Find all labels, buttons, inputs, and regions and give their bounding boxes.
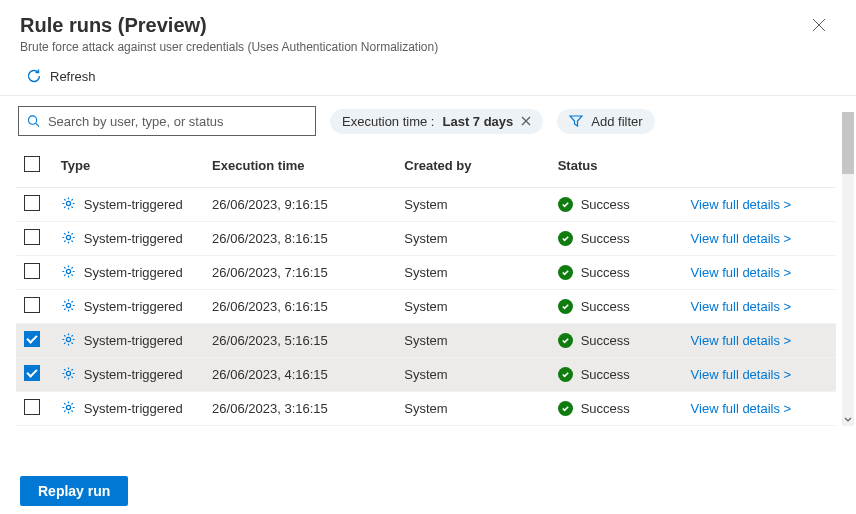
- filter-bar: Execution time : Last 7 days Add filter: [0, 96, 856, 144]
- gear-icon: [61, 332, 76, 350]
- row-checkbox[interactable]: [24, 331, 40, 347]
- svg-point-11: [66, 371, 70, 375]
- row-checkbox[interactable]: [24, 399, 40, 415]
- created-by-cell: System: [396, 188, 549, 222]
- success-icon: [558, 197, 573, 212]
- gear-icon: [61, 298, 76, 316]
- status-label: Success: [581, 299, 630, 314]
- created-by-cell: System: [396, 324, 549, 358]
- add-filter-button[interactable]: Add filter: [557, 109, 654, 134]
- header: Rule runs (Preview) Brute force attack a…: [0, 0, 856, 62]
- replay-run-button[interactable]: Replay run: [20, 476, 128, 506]
- view-details-link[interactable]: View full details >: [691, 333, 792, 348]
- scrollbar[interactable]: [842, 112, 854, 424]
- rule-runs-table: Type Execution time Created by Status Sy…: [16, 144, 836, 426]
- success-icon: [558, 231, 573, 246]
- status-label: Success: [581, 401, 630, 416]
- table-container: Type Execution time Created by Status Sy…: [0, 144, 856, 464]
- x-icon: [521, 116, 531, 126]
- svg-point-8: [66, 269, 70, 273]
- gear-icon: [61, 196, 76, 214]
- exec-time-cell: 26/06/2023, 6:16:15: [204, 290, 396, 324]
- col-type[interactable]: Type: [53, 144, 204, 188]
- scroll-down-arrow[interactable]: [842, 414, 854, 426]
- col-exec-time[interactable]: Execution time: [204, 144, 396, 188]
- table-row[interactable]: System-triggered26/06/2023, 7:16:15Syste…: [16, 256, 836, 290]
- view-details-link[interactable]: View full details >: [691, 231, 792, 246]
- exec-time-cell: 26/06/2023, 3:16:15: [204, 392, 396, 426]
- page-subtitle: Brute force attack against user credenti…: [20, 40, 836, 54]
- created-by-cell: System: [396, 392, 549, 426]
- exec-time-cell: 26/06/2023, 4:16:15: [204, 358, 396, 392]
- status-label: Success: [581, 231, 630, 246]
- add-filter-label: Add filter: [591, 114, 642, 129]
- svg-point-2: [28, 116, 36, 124]
- col-status[interactable]: Status: [550, 144, 683, 188]
- view-details-link[interactable]: View full details >: [691, 367, 792, 382]
- filter-exec-value: Last 7 days: [443, 114, 514, 129]
- type-label: System-triggered: [84, 299, 183, 314]
- col-created-by[interactable]: Created by: [396, 144, 549, 188]
- table-row[interactable]: System-triggered26/06/2023, 4:16:15Syste…: [16, 358, 836, 392]
- filter-icon: [569, 115, 583, 127]
- table-row[interactable]: System-triggered26/06/2023, 8:16:15Syste…: [16, 222, 836, 256]
- view-details-link[interactable]: View full details >: [691, 401, 792, 416]
- row-checkbox[interactable]: [24, 365, 40, 381]
- scroll-thumb[interactable]: [842, 112, 854, 174]
- row-checkbox[interactable]: [24, 195, 40, 211]
- gear-icon: [61, 400, 76, 418]
- filter-remove-button[interactable]: [521, 114, 531, 129]
- created-by-cell: System: [396, 222, 549, 256]
- type-label: System-triggered: [84, 367, 183, 382]
- type-label: System-triggered: [84, 401, 183, 416]
- row-checkbox[interactable]: [24, 263, 40, 279]
- exec-time-cell: 26/06/2023, 9:16:15: [204, 188, 396, 222]
- page-title: Rule runs (Preview): [20, 14, 836, 37]
- created-by-cell: System: [396, 256, 549, 290]
- view-details-link[interactable]: View full details >: [691, 197, 792, 212]
- gear-icon: [61, 230, 76, 248]
- success-icon: [558, 265, 573, 280]
- type-label: System-triggered: [84, 333, 183, 348]
- table-row[interactable]: System-triggered26/06/2023, 9:16:15Syste…: [16, 188, 836, 222]
- status-label: Success: [581, 197, 630, 212]
- svg-point-7: [66, 235, 70, 239]
- exec-time-cell: 26/06/2023, 8:16:15: [204, 222, 396, 256]
- status-label: Success: [581, 333, 630, 348]
- type-label: System-triggered: [84, 197, 183, 212]
- gear-icon: [61, 366, 76, 384]
- search-input[interactable]: [48, 114, 307, 129]
- refresh-label: Refresh: [50, 69, 96, 84]
- row-checkbox[interactable]: [24, 229, 40, 245]
- close-icon: [812, 18, 826, 32]
- created-by-cell: System: [396, 358, 549, 392]
- svg-point-12: [66, 405, 70, 409]
- status-label: Success: [581, 265, 630, 280]
- filter-execution-time[interactable]: Execution time : Last 7 days: [330, 109, 543, 134]
- refresh-button[interactable]: Refresh: [26, 68, 96, 84]
- exec-time-cell: 26/06/2023, 7:16:15: [204, 256, 396, 290]
- svg-point-9: [66, 303, 70, 307]
- close-button[interactable]: [812, 18, 826, 35]
- table-row[interactable]: System-triggered26/06/2023, 5:16:15Syste…: [16, 324, 836, 358]
- row-checkbox[interactable]: [24, 297, 40, 313]
- footer: Replay run: [0, 464, 856, 514]
- exec-time-cell: 26/06/2023, 5:16:15: [204, 324, 396, 358]
- table-header-row: Type Execution time Created by Status: [16, 144, 836, 188]
- svg-point-10: [66, 337, 70, 341]
- status-label: Success: [581, 367, 630, 382]
- view-details-link[interactable]: View full details >: [691, 265, 792, 280]
- table-row[interactable]: System-triggered26/06/2023, 3:16:15Syste…: [16, 392, 836, 426]
- chevron-down-icon: [844, 417, 852, 423]
- svg-line-3: [36, 123, 39, 126]
- search-icon: [27, 114, 40, 128]
- created-by-cell: System: [396, 290, 549, 324]
- select-all-checkbox[interactable]: [24, 156, 40, 172]
- success-icon: [558, 333, 573, 348]
- type-label: System-triggered: [84, 265, 183, 280]
- search-box[interactable]: [18, 106, 316, 136]
- success-icon: [558, 401, 573, 416]
- view-details-link[interactable]: View full details >: [691, 299, 792, 314]
- toolbar: Refresh: [0, 62, 856, 96]
- table-row[interactable]: System-triggered26/06/2023, 6:16:15Syste…: [16, 290, 836, 324]
